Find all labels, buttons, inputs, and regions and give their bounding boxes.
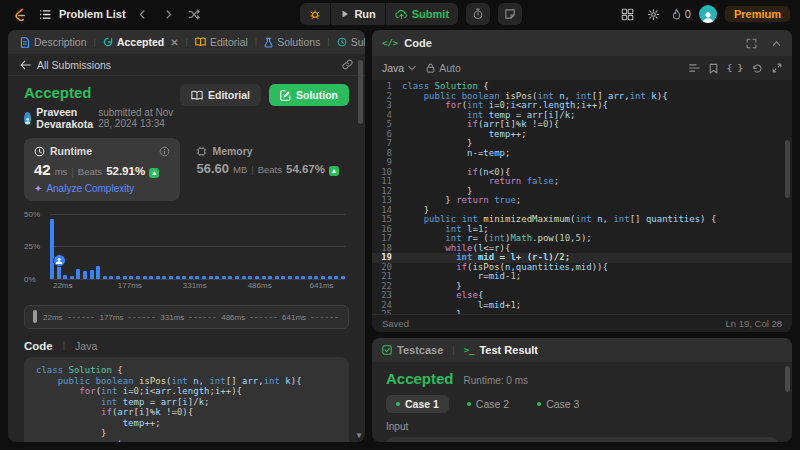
memory-card[interactable]: Memory 56.60 MB | Beats 54.67% ▲ bbox=[186, 138, 349, 201]
input-box[interactable]: n = 6 bbox=[386, 437, 778, 442]
runtime-bar[interactable] bbox=[123, 276, 127, 279]
left-panel-scrollbar[interactable] bbox=[358, 60, 363, 124]
all-submissions-link[interactable]: All Submissions bbox=[37, 59, 111, 71]
runtime-bar[interactable] bbox=[314, 276, 318, 279]
runtime-bar[interactable] bbox=[76, 269, 80, 279]
runtime-distribution-chart[interactable]: 0%25%50% 22ms177ms331ms486ms641ms bbox=[24, 207, 349, 295]
runtime-bar[interactable] bbox=[96, 266, 100, 279]
runtime-bar[interactable] bbox=[262, 276, 266, 279]
runtime-bar[interactable] bbox=[255, 276, 259, 279]
runtime-bar[interactable] bbox=[308, 276, 312, 279]
editor-line[interactable]: 25 } bbox=[372, 310, 792, 314]
runtime-bar[interactable] bbox=[248, 276, 252, 279]
debug-button[interactable] bbox=[300, 3, 330, 25]
runtime-bar[interactable] bbox=[281, 276, 285, 279]
runtime-card[interactable]: Runtime 42 ms | Beats 52.91% ▲ bbox=[24, 138, 180, 201]
runtime-bar[interactable] bbox=[63, 275, 67, 279]
shuffle-icon[interactable] bbox=[186, 5, 204, 23]
user-runtime-marker[interactable] bbox=[53, 254, 66, 267]
braces-icon[interactable]: { } bbox=[727, 63, 743, 73]
runtime-bar[interactable] bbox=[215, 276, 219, 279]
close-tab-icon[interactable]: ✕ bbox=[170, 37, 178, 48]
share-link-icon[interactable] bbox=[342, 59, 353, 70]
tab-test-result[interactable]: >_ Test Result bbox=[464, 344, 538, 356]
runtime-bar[interactable] bbox=[288, 276, 292, 279]
runtime-range-slider[interactable]: 22ms177ms331ms486ms641ms bbox=[24, 305, 349, 329]
streak-counter[interactable]: 0 bbox=[671, 8, 691, 21]
test-panel-scrollbar[interactable] bbox=[785, 366, 790, 392]
runtime-bar[interactable] bbox=[90, 270, 94, 279]
tab-editorial[interactable]: Editorial bbox=[191, 36, 252, 48]
runtime-bar[interactable] bbox=[189, 276, 193, 279]
timer-button[interactable] bbox=[466, 3, 490, 25]
runtime-bar[interactable] bbox=[162, 276, 166, 279]
runtime-bar[interactable] bbox=[301, 276, 305, 279]
problem-list-button[interactable]: Problem List bbox=[36, 5, 126, 23]
notes-button[interactable] bbox=[498, 3, 522, 25]
language-selector[interactable]: Java bbox=[382, 62, 416, 74]
auto-save-indicator[interactable]: Auto bbox=[426, 62, 461, 74]
runtime-bar[interactable] bbox=[275, 276, 279, 279]
case-tab-1[interactable]: Case 1 bbox=[386, 395, 449, 413]
runtime-bar[interactable] bbox=[149, 276, 153, 279]
runtime-bar[interactable] bbox=[109, 276, 113, 279]
premium-button[interactable]: Premium bbox=[725, 6, 790, 22]
leetcode-logo[interactable] bbox=[10, 5, 28, 23]
editor-scrollbar[interactable] bbox=[785, 140, 790, 198]
runtime-bar[interactable] bbox=[129, 276, 133, 279]
runtime-bar[interactable] bbox=[116, 276, 120, 279]
next-question-icon[interactable] bbox=[160, 5, 178, 23]
runtime-bar[interactable] bbox=[176, 276, 180, 279]
expand-editor-icon[interactable] bbox=[772, 63, 782, 73]
runtime-bar[interactable] bbox=[268, 276, 272, 279]
case-tab-2[interactable]: Case 2 bbox=[457, 395, 519, 413]
chart-bars[interactable] bbox=[50, 207, 345, 279]
runtime-bar[interactable] bbox=[235, 276, 239, 279]
runtime-bar[interactable] bbox=[328, 276, 332, 279]
author-name[interactable]: Praveen Devarakota bbox=[36, 106, 93, 130]
tab-accepted[interactable]: Accepted ✕ bbox=[99, 36, 183, 48]
submit-button[interactable]: Submit bbox=[385, 3, 458, 25]
editorial-button[interactable]: Editorial bbox=[180, 84, 261, 106]
runtime-bar[interactable] bbox=[182, 276, 186, 279]
runtime-bar[interactable] bbox=[209, 276, 213, 279]
runtime-bar[interactable] bbox=[169, 276, 173, 279]
format-code-icon[interactable] bbox=[689, 63, 700, 73]
runtime-bar[interactable] bbox=[222, 276, 226, 279]
editor-line[interactable]: 8 n-=temp; bbox=[372, 149, 792, 159]
collapse-chevron-icon[interactable] bbox=[771, 38, 782, 49]
runtime-bar[interactable] bbox=[156, 276, 160, 279]
code-editor[interactable]: 1class Solution {2 public boolean isPos(… bbox=[372, 80, 792, 314]
runtime-bar[interactable] bbox=[136, 276, 140, 279]
reset-code-icon[interactable] bbox=[752, 63, 763, 74]
tab-solutions[interactable]: Solutions bbox=[260, 36, 324, 48]
layout-icon[interactable] bbox=[619, 5, 637, 23]
runtime-bar[interactable] bbox=[295, 276, 299, 279]
fullscreen-icon[interactable] bbox=[746, 38, 757, 49]
runtime-bar[interactable] bbox=[70, 276, 74, 279]
runtime-bar[interactable] bbox=[195, 276, 199, 279]
solution-button[interactable]: Solution bbox=[269, 84, 349, 106]
runtime-bar[interactable] bbox=[103, 276, 107, 279]
runtime-bar[interactable] bbox=[242, 276, 246, 279]
info-icon[interactable] bbox=[159, 146, 170, 157]
analyze-complexity-link[interactable]: ✦ Analyze Complexity bbox=[34, 183, 170, 194]
runtime-bar[interactable] bbox=[321, 276, 325, 279]
settings-gear-icon[interactable] bbox=[645, 5, 663, 23]
tab-testcase[interactable]: Testcase bbox=[382, 344, 443, 356]
runtime-bar[interactable] bbox=[202, 276, 206, 279]
editor-line[interactable]: 13 } return true; bbox=[372, 196, 792, 206]
scroll-down-arrow-icon[interactable]: ▼ bbox=[355, 431, 363, 440]
user-avatar[interactable] bbox=[699, 5, 717, 23]
case-tab-3[interactable]: Case 3 bbox=[527, 395, 589, 413]
runtime-bar[interactable] bbox=[83, 271, 87, 279]
runtime-bar[interactable] bbox=[143, 276, 147, 279]
back-arrow-icon[interactable] bbox=[20, 60, 31, 70]
runtime-bar[interactable] bbox=[228, 276, 232, 279]
bookmark-icon[interactable] bbox=[709, 63, 718, 74]
runtime-bar[interactable] bbox=[50, 219, 54, 279]
prev-question-icon[interactable] bbox=[134, 5, 152, 23]
tab-description[interactable]: Description bbox=[16, 36, 91, 48]
run-button[interactable]: Run bbox=[330, 3, 384, 25]
slider-handle[interactable] bbox=[33, 310, 37, 323]
